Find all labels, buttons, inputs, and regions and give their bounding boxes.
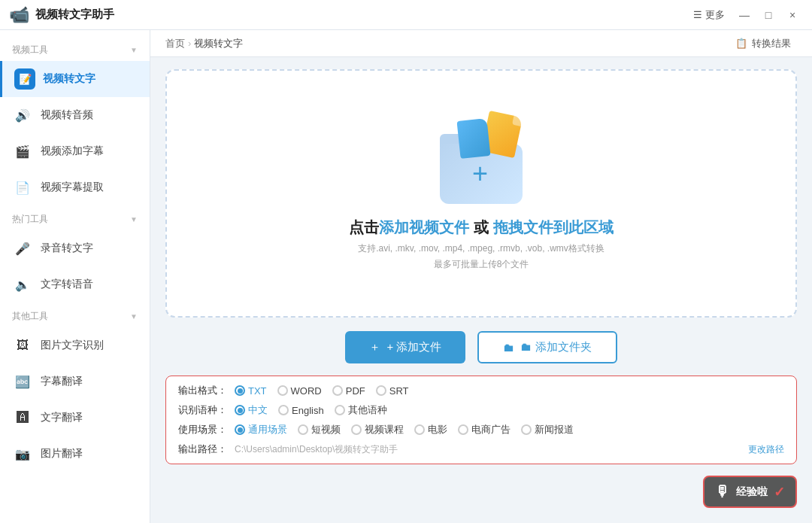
lang-en-label: English [292, 405, 324, 416]
scene-short[interactable]: 短视频 [298, 423, 341, 436]
audio-to-text-icon: 🎤 [15, 242, 30, 256]
scene-general-label: 通用场景 [248, 423, 287, 436]
scene-course-radio[interactable] [351, 424, 362, 435]
sidebar-item-video-to-audio[interactable]: 🔊 视频转音频 [0, 97, 150, 133]
text-translate-icon: 🅰 [17, 411, 29, 424]
watermark-icon: 🎙 [715, 483, 730, 500]
breadcrumb-current: 视频转文字 [194, 37, 243, 50]
format-srt-radio[interactable] [376, 385, 386, 396]
main-layout: 视频工具 ▼ 📝 视频转文字 🔊 视频转音频 🎬 视频添加字幕 📄 [0, 30, 812, 523]
result-button[interactable]: 📋 转换结果 [729, 34, 797, 53]
sidebar-item-label: 录音转文字 [41, 242, 93, 255]
sidebar-item-label: 文字转语音 [41, 278, 93, 291]
sidebar-item-label: 图片翻译 [41, 447, 83, 461]
lang-zh-label: 中文 [248, 403, 268, 417]
watermark-badge: 🎙 经验啦 ✓ [703, 476, 797, 508]
language-label: 识别语种： [178, 403, 227, 417]
scene-movie-radio[interactable] [414, 424, 425, 435]
watermark-check-icon: ✓ [774, 484, 785, 500]
format-srt[interactable]: SRT [376, 385, 409, 397]
sidebar-item-image-ocr[interactable]: 🖼 图片文字识别 [0, 327, 150, 363]
add-folder-button[interactable]: 🖿 🖿 添加文件夹 [477, 331, 617, 363]
format-txt[interactable]: TXT [235, 385, 267, 397]
video-add-subtitle-icon: 🎬 [15, 144, 30, 159]
more-button[interactable]: ☰ 更多 [687, 5, 731, 25]
watermark-text: 经验啦 [736, 485, 768, 499]
scene-general[interactable]: 通用场景 [235, 423, 287, 436]
format-pdf[interactable]: PDF [332, 385, 365, 397]
path-change-button[interactable]: 更改路径 [748, 443, 784, 456]
sidebar-item-label: 视频添加字幕 [41, 144, 104, 158]
output-path-row: 输出路径： C:\Users\admin\Desktop\视频转文字助手 更改路… [178, 442, 784, 456]
other-tools-label: 其他工具 [12, 310, 48, 323]
drop-zone-wrapper: + 点击添加视频文件 或 拖拽文件到此区域 支持.avi, .mkv, .mov… [150, 57, 812, 318]
sidebar-section-other-tools: 其他工具 ▼ [0, 303, 150, 327]
scene-news[interactable]: 新闻报道 [521, 423, 574, 436]
sidebar-item-video-subtitle-extract[interactable]: 📄 视频字幕提取 [0, 169, 150, 205]
app-logo: 📹 [9, 5, 29, 25]
video-to-text-icon-box: 📝 [14, 68, 35, 90]
language-row: 识别语种： 中文 English 其他语种 [178, 403, 784, 417]
format-word-radio[interactable] [277, 385, 288, 396]
scene-short-radio[interactable] [298, 424, 308, 435]
breadcrumb-bar: 首页 › 视频转文字 📋 转换结果 [150, 30, 812, 57]
sidebar-item-image-translate[interactable]: 📷 图片翻译 [0, 436, 150, 472]
content-area: 首页 › 视频转文字 📋 转换结果 + [150, 30, 812, 523]
app-title: 视频转文字助手 [35, 8, 687, 22]
sidebar-item-label: 视频字幕提取 [41, 181, 104, 194]
drop-zone-icon: + [432, 114, 530, 204]
text-translate-icon-box: 🅰 [12, 407, 33, 428]
sidebar-item-audio-to-text[interactable]: 🎤 录音转文字 [0, 230, 150, 266]
lang-other-radio[interactable] [335, 405, 345, 415]
video-to-audio-icon-box: 🔊 [12, 105, 33, 126]
scene-news-radio[interactable] [521, 424, 532, 435]
breadcrumb-home[interactable]: 首页 [165, 37, 185, 50]
minimize-button[interactable]: — [734, 5, 755, 26]
sidebar-item-video-add-subtitle[interactable]: 🎬 视频添加字幕 [0, 133, 150, 169]
close-button[interactable]: × [782, 5, 803, 26]
window-controls: ☰ 更多 — □ × [687, 5, 803, 26]
image-translate-icon: 📷 [15, 447, 30, 461]
document-icon: 📋 [735, 38, 747, 49]
sidebar-item-subtitle-translate[interactable]: 🔤 字幕翻译 [0, 363, 150, 400]
lang-zh-radio[interactable] [235, 405, 245, 415]
format-txt-radio[interactable] [235, 385, 245, 396]
scene-movie-label: 电影 [428, 423, 447, 436]
image-translate-icon-box: 📷 [12, 443, 33, 464]
image-ocr-icon-box: 🖼 [12, 335, 33, 356]
lang-en[interactable]: English [278, 405, 324, 416]
image-ocr-icon: 🖼 [17, 339, 29, 352]
scene-ad[interactable]: 电商广告 [458, 423, 511, 436]
folder-icon: 🖿 [503, 341, 514, 354]
sidebar-item-video-to-text[interactable]: 📝 视频转文字 [0, 61, 150, 97]
lang-zh[interactable]: 中文 [235, 403, 268, 417]
language-group: 中文 English 其他语种 [235, 403, 387, 417]
path-row: C:\Users\admin\Desktop\视频转文字助手 更改路径 [235, 443, 784, 456]
sidebar: 视频工具 ▼ 📝 视频转文字 🔊 视频转音频 🎬 视频添加字幕 📄 [0, 30, 150, 523]
drop-zone-title-prefix: 点击 [349, 219, 379, 236]
subtitle-translate-icon: 🔤 [15, 375, 30, 389]
scene-course[interactable]: 视频课程 [351, 423, 404, 436]
sidebar-item-text-translate[interactable]: 🅰 文字翻译 [0, 400, 150, 436]
breadcrumb-separator: › [188, 38, 191, 49]
sidebar-item-text-to-speech[interactable]: 🔈 文字转语音 [0, 266, 150, 303]
scene-movie[interactable]: 电影 [414, 423, 447, 436]
scene-ad-radio[interactable] [458, 424, 468, 435]
buttons-row: ＋ + 添加文件 🖿 🖿 添加文件夹 [150, 331, 812, 376]
sidebar-item-label: 图片文字识别 [41, 339, 104, 352]
lang-en-radio[interactable] [278, 405, 289, 415]
sidebar-item-label: 视频转文字 [43, 72, 95, 86]
maximize-button[interactable]: □ [758, 5, 779, 26]
format-pdf-label: PDF [346, 385, 365, 397]
lang-other[interactable]: 其他语种 [335, 403, 387, 417]
scene-general-radio[interactable] [235, 424, 245, 435]
format-word[interactable]: WORD [277, 385, 322, 397]
video-add-subtitle-icon-box: 🎬 [12, 141, 33, 162]
format-pdf-radio[interactable] [332, 385, 343, 396]
scene-course-label: 视频课程 [365, 423, 404, 436]
add-file-button[interactable]: ＋ + 添加文件 [345, 331, 465, 363]
file-icon-blue [456, 118, 490, 159]
scene-ad-label: 电商广告 [471, 423, 511, 436]
drop-zone[interactable]: + 点击添加视频文件 或 拖拽文件到此区域 支持.avi, .mkv, .mov… [165, 69, 797, 318]
sidebar-section-video-tools: 视频工具 ▼ [0, 36, 150, 61]
